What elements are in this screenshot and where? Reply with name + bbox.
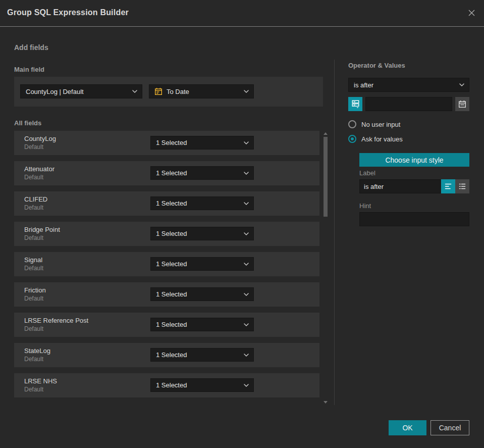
field-name: LRSE Reference Post: [24, 317, 88, 324]
close-icon[interactable]: [466, 9, 476, 19]
field-subtitle: Default: [24, 386, 43, 393]
main-field-select[interactable]: CountyLog | Default: [20, 84, 142, 98]
calendar-picker-button[interactable]: [455, 97, 469, 111]
value-list-icon: [351, 99, 360, 109]
radio-no-user-input-label: No user input: [361, 121, 400, 128]
field-selection-value: 1 Selected: [156, 381, 187, 389]
field-subtitle: Default: [24, 143, 43, 151]
field-name: Signal: [24, 256, 42, 264]
chevron-down-icon: [244, 384, 249, 387]
field-selection-dropdown[interactable]: 1 Selected: [150, 378, 254, 392]
label-input[interactable]: [359, 179, 441, 193]
field-selection-dropdown[interactable]: 1 Selected: [150, 257, 254, 271]
field-name: LRSE NHS: [24, 377, 57, 385]
single-input-icon: [444, 182, 452, 190]
add-fields-heading: Add fields: [14, 43, 48, 52]
field-row: StateLog Default 1 Selected: [14, 343, 319, 367]
scroll-up-arrow[interactable]: [324, 132, 328, 135]
value-input[interactable]: [365, 97, 452, 111]
field-selection-value: 1 Selected: [156, 169, 187, 177]
field-selection-value: 1 Selected: [156, 139, 187, 146]
field-selection-value: 1 Selected: [156, 230, 187, 237]
ok-button[interactable]: OK: [389, 420, 426, 435]
field-selection-value: 1 Selected: [156, 321, 187, 328]
operator-select[interactable]: is after: [348, 78, 469, 92]
operator-values-heading: Operator & Values: [348, 62, 469, 69]
field-selection-value: 1 Selected: [156, 351, 187, 359]
main-field-panel: CountyLog | Default To Date: [14, 77, 323, 107]
field-name: Attenuator: [24, 165, 55, 173]
scrollbar-thumb[interactable]: [324, 137, 328, 217]
chevron-down-icon: [244, 90, 249, 93]
calendar-icon: [458, 100, 466, 108]
chevron-down-icon: [244, 323, 249, 326]
date-type-select-value: To Date: [167, 88, 189, 95]
field-selection-dropdown[interactable]: 1 Selected: [150, 166, 254, 180]
radio-no-user-input[interactable]: No user input: [348, 120, 403, 128]
field-selection-dropdown[interactable]: 1 Selected: [150, 196, 254, 210]
field-subtitle: Default: [24, 265, 43, 272]
main-field-label: Main field: [14, 66, 44, 73]
field-selection-dropdown[interactable]: 1 Selected: [150, 318, 254, 331]
field-name: CountyLog: [24, 135, 56, 142]
all-fields-label: All fields: [14, 119, 41, 127]
field-name: Friction: [24, 286, 46, 294]
radio-ask-for-values[interactable]: Ask for values: [348, 135, 403, 143]
choose-input-style-button[interactable]: Choose input style: [359, 153, 469, 167]
dialog-header: Group SQL Expression Builder: [0, 0, 484, 26]
scroll-down-arrow[interactable]: [324, 401, 328, 404]
field-name: Bridge Point: [24, 226, 60, 233]
field-row: Friction Default 1 Selected: [14, 282, 319, 307]
all-fields-list: CountyLog Default 1 Selected Attenuator …: [14, 131, 319, 404]
field-selection-value: 1 Selected: [156, 260, 187, 268]
field-subtitle: Default: [24, 174, 43, 181]
field-row: Signal Default 1 Selected: [14, 252, 319, 276]
field-subtitle: Default: [24, 325, 43, 332]
field-row: LRSE Reference Post Default 1 Selected: [14, 313, 319, 337]
field-row: LRSE NHS Default 1 Selected: [14, 373, 319, 397]
chevron-down-icon: [132, 90, 137, 93]
radio-selected-icon: [348, 135, 356, 143]
field-row: Attenuator Default 1 Selected: [14, 161, 319, 185]
list-input-icon: [458, 182, 466, 190]
field-subtitle: Default: [24, 204, 43, 211]
field-selection-dropdown[interactable]: 1 Selected: [150, 348, 254, 362]
calendar-icon: [154, 87, 163, 95]
chevron-down-icon: [244, 293, 249, 296]
header-divider: [0, 26, 484, 27]
chevron-down-icon: [244, 172, 249, 175]
value-row: [348, 97, 469, 111]
hint-input[interactable]: [359, 212, 469, 226]
label-row: [359, 179, 469, 193]
cancel-button[interactable]: Cancel: [431, 420, 469, 435]
field-selection-dropdown[interactable]: 1 Selected: [150, 227, 254, 240]
field-selection-dropdown[interactable]: 1 Selected: [150, 287, 254, 301]
user-input-radios: No user input Ask for values: [348, 120, 403, 150]
field-subtitle: Default: [24, 295, 43, 302]
chevron-down-icon: [244, 232, 249, 235]
date-type-select[interactable]: To Date: [149, 84, 254, 98]
field-selection-value: 1 Selected: [156, 290, 187, 298]
radio-ask-for-values-label: Ask for values: [361, 135, 403, 143]
field-name: StateLog: [24, 347, 50, 355]
value-list-button[interactable]: [348, 97, 362, 111]
field-name: CLIFED: [24, 195, 47, 203]
chevron-down-icon: [244, 202, 249, 205]
field-selection-value: 1 Selected: [156, 200, 187, 207]
field-row: CLIFED Default 1 Selected: [14, 191, 319, 216]
chevron-down-icon: [459, 83, 464, 86]
list-input-style-button[interactable]: [455, 179, 469, 193]
radio-icon: [348, 120, 356, 128]
dialog-title: Group SQL Expression Builder: [7, 8, 129, 17]
field-subtitle: Default: [24, 356, 43, 363]
operator-values-panel: Operator & Values is after No user input: [348, 62, 469, 69]
group-sql-expression-builder-dialog: Group SQL Expression Builder Add fields …: [0, 0, 484, 448]
single-input-style-button[interactable]: [441, 179, 455, 193]
field-selection-dropdown[interactable]: 1 Selected: [150, 136, 254, 150]
chevron-down-icon: [244, 141, 249, 144]
chevron-down-icon: [244, 263, 249, 266]
field-row: CountyLog Default 1 Selected: [14, 131, 319, 155]
list-scrollbar[interactable]: [323, 130, 328, 406]
field-row: Bridge Point Default 1 Selected: [14, 222, 319, 246]
main-field-select-value: CountyLog | Default: [26, 88, 84, 95]
